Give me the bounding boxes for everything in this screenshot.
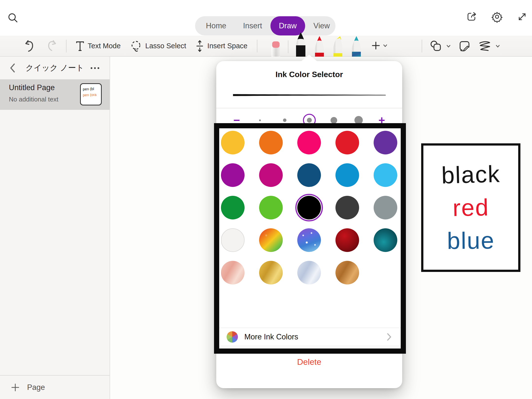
chevron-left-icon bbox=[8, 63, 17, 73]
shapes-button[interactable] bbox=[430, 40, 451, 52]
redo-icon bbox=[45, 40, 57, 52]
undo-button[interactable] bbox=[25, 40, 36, 52]
swatch-lime-green[interactable] bbox=[259, 196, 283, 219]
lasso-select-label: Lasso Select bbox=[145, 42, 186, 50]
increase-thickness-button[interactable]: + bbox=[376, 115, 388, 125]
sidebar-header: クイック ノート bbox=[0, 57, 110, 79]
more-ink-colors-label: More Ink Colors bbox=[244, 332, 380, 341]
swatch-silver[interactable] bbox=[297, 261, 321, 284]
tab-home[interactable]: Home bbox=[198, 16, 235, 35]
teal-pen-tool[interactable] bbox=[350, 35, 363, 57]
draw-with-touch-button[interactable] bbox=[459, 40, 471, 52]
swatch-gray[interactable] bbox=[374, 196, 397, 219]
shapes-icon bbox=[430, 40, 442, 52]
popup-title: Ink Color Selector bbox=[216, 61, 402, 79]
draw-ribbon: Text Mode Lasso Select Insert Space bbox=[0, 36, 532, 57]
plus-icon bbox=[11, 383, 20, 392]
swatch-red-marble[interactable] bbox=[335, 228, 359, 252]
ink-word-blue: blue bbox=[447, 226, 495, 256]
add-page-label: Page bbox=[27, 383, 45, 392]
stroke-width-preview bbox=[233, 93, 386, 98]
chevron-down-icon bbox=[446, 43, 451, 49]
teal-pen-icon bbox=[350, 35, 363, 57]
ribbon-divider bbox=[66, 40, 66, 52]
swatch-dark-pink[interactable] bbox=[259, 163, 283, 187]
eraser-icon bbox=[269, 40, 283, 57]
ellipsis-icon bbox=[91, 67, 92, 69]
text-mode-icon bbox=[76, 41, 84, 51]
swatch-gold-metallic[interactable] bbox=[259, 261, 283, 284]
page-list-item-selected[interactable]: Untitled Page No additional text pen (bl… bbox=[0, 79, 110, 110]
share-button[interactable] bbox=[466, 11, 478, 23]
swatch-green[interactable] bbox=[221, 196, 245, 219]
page-thumbnail: pen (blpen (ora bbox=[80, 83, 102, 105]
swatch-orange[interactable] bbox=[259, 131, 283, 154]
eraser-tool[interactable] bbox=[269, 40, 283, 57]
swatch-galaxy[interactable] bbox=[297, 228, 321, 252]
chevron-right-icon bbox=[386, 333, 392, 341]
top-app-bar: Home Insert Draw View bbox=[0, 0, 532, 36]
ink-color-selector-popup: Ink Color Selector − + More Ink Colors D… bbox=[216, 61, 402, 388]
highlighter-icon bbox=[331, 35, 345, 57]
thickness-dot-3[interactable] bbox=[303, 114, 316, 127]
add-page-button[interactable]: Page bbox=[0, 375, 110, 399]
chevron-down-icon bbox=[495, 43, 500, 49]
insert-space-icon bbox=[196, 40, 204, 52]
delete-row: Delete bbox=[216, 357, 402, 367]
swatch-rose-gold[interactable] bbox=[221, 261, 245, 284]
settings-gear-icon bbox=[491, 11, 503, 23]
swatch-rainbow-glitter[interactable] bbox=[259, 228, 283, 252]
swatch-magenta[interactable] bbox=[221, 163, 245, 187]
undo-icon bbox=[25, 40, 36, 52]
ink-replay-button[interactable] bbox=[478, 41, 500, 51]
search-icon bbox=[7, 12, 19, 24]
fullscreen-icon bbox=[516, 11, 528, 23]
redo-button[interactable] bbox=[45, 40, 57, 52]
insert-space-button[interactable]: Insert Space bbox=[196, 40, 248, 52]
highlighter-tool[interactable] bbox=[331, 35, 345, 57]
thickness-dot-1[interactable] bbox=[254, 114, 266, 127]
thickness-dot-2[interactable] bbox=[278, 114, 291, 127]
draw-with-touch-icon bbox=[459, 40, 471, 52]
ribbon-divider bbox=[422, 40, 422, 52]
thickness-dots bbox=[254, 114, 365, 127]
swatch-sky-blue[interactable] bbox=[374, 163, 397, 187]
swatch-pink[interactable] bbox=[297, 131, 321, 154]
text-mode-button[interactable]: Text Mode bbox=[76, 41, 121, 51]
page-list-sidebar: クイック ノート Untitled Page No additional tex… bbox=[0, 57, 110, 399]
ink-squiggle-icon bbox=[478, 41, 492, 51]
insert-space-label: Insert Space bbox=[207, 42, 248, 50]
ink-word-red: red bbox=[452, 193, 489, 223]
swatch-bronze[interactable] bbox=[335, 261, 359, 284]
swatch-gold[interactable] bbox=[221, 131, 245, 154]
swatch-dark-gray[interactable] bbox=[335, 196, 359, 219]
lasso-icon bbox=[130, 40, 142, 52]
add-pen-button[interactable] bbox=[372, 41, 388, 50]
swatch-blue[interactable] bbox=[335, 163, 359, 187]
swatch-white[interactable] bbox=[221, 228, 245, 252]
delete-pen-button[interactable]: Delete bbox=[297, 357, 321, 366]
thickness-dot-4[interactable] bbox=[328, 114, 340, 127]
settings-button[interactable] bbox=[491, 11, 503, 23]
color-swatch-grid bbox=[221, 131, 398, 284]
more-options-button[interactable] bbox=[89, 65, 100, 71]
black-pen-icon bbox=[294, 32, 308, 57]
lasso-select-button[interactable]: Lasso Select bbox=[130, 40, 186, 52]
swatch-navy-blue[interactable] bbox=[297, 163, 321, 187]
thickness-dot-5[interactable] bbox=[352, 114, 365, 127]
decrease-thickness-button[interactable]: − bbox=[231, 115, 243, 125]
swatch-red[interactable] bbox=[335, 131, 359, 154]
back-button[interactable] bbox=[8, 63, 17, 73]
red-pen-tool[interactable] bbox=[313, 35, 326, 57]
search-button[interactable] bbox=[7, 12, 19, 24]
swatch-teal-marble[interactable] bbox=[374, 228, 397, 252]
more-ink-colors-row[interactable]: More Ink Colors bbox=[216, 328, 402, 346]
ribbon-divider bbox=[257, 40, 257, 52]
tab-insert[interactable]: Insert bbox=[235, 16, 271, 35]
fullscreen-button[interactable] bbox=[516, 11, 528, 23]
swatch-black[interactable] bbox=[297, 196, 321, 219]
swatch-purple[interactable] bbox=[374, 131, 397, 154]
text-mode-label: Text Mode bbox=[88, 42, 121, 50]
thumbnail-ink-line: pen (ora bbox=[83, 92, 101, 98]
black-pen-tool[interactable] bbox=[294, 32, 308, 57]
